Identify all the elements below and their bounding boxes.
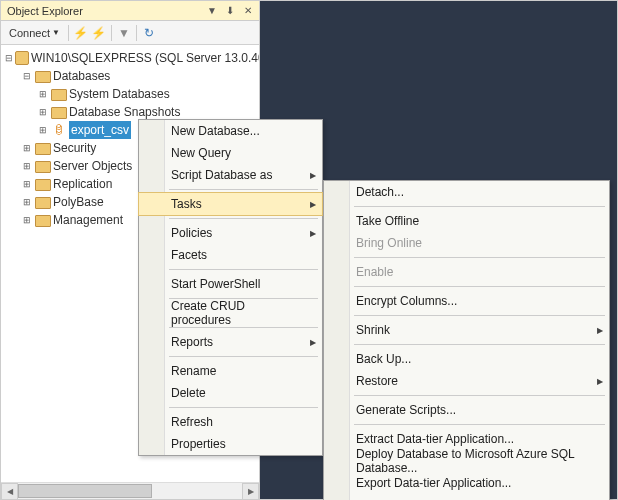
folder-icon	[35, 177, 51, 191]
filter-icon[interactable]: ▼	[116, 25, 132, 41]
tree-sysdb-node[interactable]: ⊞ System Databases	[5, 85, 259, 103]
menu-enable: Enable	[324, 261, 609, 283]
menu-new-query[interactable]: New Query	[139, 142, 322, 164]
menu-back-up[interactable]: Back Up...	[324, 348, 609, 370]
scroll-track[interactable]	[18, 483, 242, 499]
expand-icon[interactable]: ⊞	[21, 175, 33, 193]
collapse-icon[interactable]: ⊟	[21, 67, 33, 85]
menu-deploy-azure[interactable]: Deploy Database to Microsoft Azure SQL D…	[324, 450, 609, 472]
menu-refresh[interactable]: Refresh	[139, 411, 322, 433]
expand-icon[interactable]: ⊞	[21, 211, 33, 229]
folder-icon	[35, 213, 51, 227]
menu-separator	[354, 206, 605, 207]
server-icon	[15, 51, 29, 65]
tree-server-node[interactable]: ⊟ WIN10\SQLEXPRESS (SQL Server 13.0.4001…	[5, 49, 259, 67]
folder-icon	[35, 195, 51, 209]
polybase-label: PolyBase	[53, 193, 104, 211]
connect-button[interactable]: Connect ▼	[5, 25, 64, 41]
horizontal-scrollbar[interactable]: ◀ ▶	[1, 482, 259, 499]
menu-separator	[169, 269, 318, 270]
expand-icon[interactable]: ⊞	[21, 139, 33, 157]
context-menu-tasks: Detach... Take Offline Bring Online Enab…	[323, 180, 610, 500]
expand-icon[interactable]: ⊞	[37, 103, 49, 121]
replication-label: Replication	[53, 175, 112, 193]
menu-tasks[interactable]: Tasks	[138, 192, 323, 216]
toolbar: Connect ▼ ⚡ ⚡ ▼ ↻	[1, 21, 259, 45]
collapse-icon[interactable]: ⊟	[5, 49, 13, 67]
menu-separator	[354, 344, 605, 345]
menu-bring-online: Bring Online	[324, 232, 609, 254]
menu-shrink[interactable]: Shrink	[324, 319, 609, 341]
server-label: WIN10\SQLEXPRESS (SQL Server 13.0.4001 -…	[31, 49, 259, 67]
tree-databases-node[interactable]: ⊟ Databases	[5, 67, 259, 85]
menu-separator	[169, 356, 318, 357]
menu-separator	[354, 286, 605, 287]
menu-separator	[354, 424, 605, 425]
panel-title: Object Explorer	[7, 5, 83, 17]
menu-reports[interactable]: Reports	[139, 331, 322, 353]
menu-export-dta[interactable]: Export Data-tier Application...	[324, 472, 609, 494]
separator	[68, 25, 69, 41]
menu-create-crud[interactable]: Create CRUD procedures	[139, 302, 322, 324]
folder-icon	[51, 87, 67, 101]
menu-separator	[169, 407, 318, 408]
expand-icon[interactable]: ⊞	[21, 157, 33, 175]
dropdown-icon[interactable]: ▼	[205, 4, 219, 18]
menu-restore[interactable]: Restore	[324, 370, 609, 392]
menu-separator	[169, 327, 318, 328]
menu-rename[interactable]: Rename	[139, 360, 322, 382]
expand-icon[interactable]: ⊞	[37, 85, 49, 103]
serverobj-label: Server Objects	[53, 157, 132, 175]
folder-icon	[35, 69, 51, 83]
menu-separator	[354, 257, 605, 258]
database-icon: 🛢	[51, 123, 67, 137]
expand-icon[interactable]: ⊞	[21, 193, 33, 211]
menu-start-powershell[interactable]: Start PowerShell	[139, 273, 322, 295]
databases-label: Databases	[53, 67, 110, 85]
menu-properties[interactable]: Properties	[139, 433, 322, 455]
menu-take-offline[interactable]: Take Offline	[324, 210, 609, 232]
folder-icon	[35, 141, 51, 155]
security-label: Security	[53, 139, 96, 157]
sysdb-label: System Databases	[69, 85, 170, 103]
menu-policies[interactable]: Policies	[139, 222, 322, 244]
close-icon[interactable]: ✕	[241, 4, 255, 18]
menu-generate-scripts[interactable]: Generate Scripts...	[324, 399, 609, 421]
selected-db-label: export_csv	[69, 121, 131, 139]
menu-separator	[354, 395, 605, 396]
scroll-left-button[interactable]: ◀	[1, 483, 18, 500]
panel-header: Object Explorer ▼ ⬇ ✕	[1, 1, 259, 21]
panel-controls: ▼ ⬇ ✕	[205, 4, 255, 18]
scroll-thumb[interactable]	[18, 484, 152, 498]
context-menu-database: New Database... New Query Script Databas…	[138, 119, 323, 456]
disconnect-icon[interactable]: ⚡	[91, 25, 107, 41]
pin-icon[interactable]: ⬇	[223, 4, 237, 18]
menu-upgrade-dta[interactable]: Upgrade Data-tier Application...	[324, 494, 609, 500]
menu-separator	[169, 218, 318, 219]
menu-encrypt-columns[interactable]: Encrypt Columns...	[324, 290, 609, 312]
folder-icon	[35, 159, 51, 173]
menu-delete[interactable]: Delete	[139, 382, 322, 404]
menu-facets[interactable]: Facets	[139, 244, 322, 266]
folder-icon	[51, 105, 67, 119]
menu-detach[interactable]: Detach...	[324, 181, 609, 203]
management-label: Management	[53, 211, 123, 229]
menu-new-database[interactable]: New Database...	[139, 120, 322, 142]
menu-separator	[169, 189, 318, 190]
connect-icon[interactable]: ⚡	[73, 25, 89, 41]
separator	[111, 25, 112, 41]
refresh-icon[interactable]: ↻	[141, 25, 157, 41]
expand-icon[interactable]: ⊞	[37, 121, 49, 139]
scroll-right-button[interactable]: ▶	[242, 483, 259, 500]
menu-script-database[interactable]: Script Database as	[139, 164, 322, 186]
menu-separator	[354, 315, 605, 316]
separator	[136, 25, 137, 41]
